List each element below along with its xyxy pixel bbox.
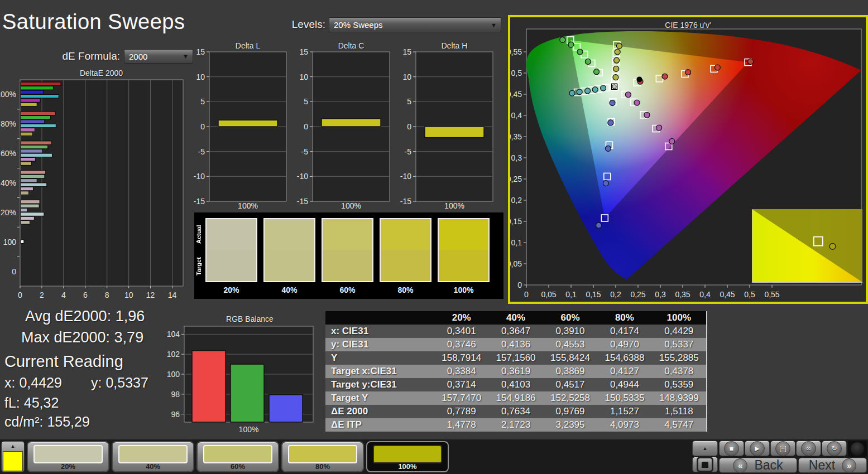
swatch-actual	[381, 219, 430, 250]
svg-text:-15: -15	[400, 197, 411, 206]
patch-button-60%[interactable]: 60%	[196, 441, 279, 472]
deltae-bar	[21, 221, 30, 224]
table-cell: 0,9769	[543, 406, 597, 417]
svg-text:104: 104	[167, 330, 180, 338]
delta-bar	[218, 120, 277, 127]
table-cell: 0,4970	[597, 339, 651, 350]
rgb-balance-chart: 1041021009896100%	[165, 323, 322, 434]
svg-text:0,15: 0,15	[586, 290, 601, 299]
table-row-label: ΔE 2000	[325, 406, 434, 417]
patch-button-20%[interactable]: 20%	[27, 441, 109, 472]
refresh-button[interactable]: ↻	[822, 441, 847, 456]
levels-dropdown[interactable]: 20% Sweeps ▼	[329, 17, 501, 32]
stop-button[interactable]: ■	[719, 441, 744, 456]
next-button[interactable]: Next »	[798, 458, 867, 473]
measured-marker-magenta	[625, 92, 631, 98]
svg-text:-10: -10	[194, 172, 205, 181]
measured-marker-green	[585, 59, 591, 64]
table-cell: 0,3619	[488, 366, 543, 377]
table-row: ΔE 20000,77890,76340,97691,15271,5118	[325, 405, 706, 418]
deltae-bar	[21, 171, 46, 174]
patch-list-collapse[interactable]: ▲	[1, 441, 25, 472]
actual-row-label: Actual	[195, 218, 203, 250]
table-cell: 0,3910	[543, 326, 597, 337]
transport-collapse[interactable]: ▲	[692, 441, 718, 456]
svg-text:15: 15	[196, 47, 205, 56]
patch-label: 40%	[113, 462, 193, 471]
swatch-100%	[438, 218, 490, 282]
table-cell: 0,7634	[488, 406, 543, 417]
deltae-bar	[21, 90, 44, 94]
swatch-80%	[380, 218, 431, 282]
delta-bar	[322, 119, 381, 127]
svg-text:0,45: 0,45	[510, 90, 522, 99]
measured-marker-cyan	[601, 85, 606, 91]
back-arrows-icon: «	[733, 458, 747, 473]
app-window: Saturation Sweeps dE Formula: 2000 ▼ Lev…	[0, 0, 868, 474]
measured-marker-blue	[605, 146, 611, 151]
deltae-bar	[21, 240, 24, 243]
patch-button-100%[interactable]: 100%	[366, 441, 449, 472]
delta-c-chart: 151050-5-10-15	[296, 47, 394, 209]
table-cell: 4,0973	[597, 419, 651, 431]
continuous-button[interactable]: ∞	[796, 441, 821, 456]
svg-text:0,35: 0,35	[510, 132, 522, 141]
svg-text:0,25: 0,25	[630, 290, 645, 299]
svg-text:0,1: 0,1	[511, 238, 522, 247]
svg-text:-10: -10	[400, 172, 411, 181]
svg-text:0: 0	[200, 122, 205, 131]
svg-text:0,5: 0,5	[744, 290, 755, 299]
pattern-window-icon	[697, 457, 713, 472]
measured-marker-red	[748, 59, 754, 64]
svg-text:-5: -5	[198, 147, 205, 156]
table-cell: 154,6388	[597, 352, 651, 364]
de-formula-value: 2000	[129, 52, 147, 61]
back-button[interactable]: « Back	[719, 458, 797, 473]
svg-text:0: 0	[407, 122, 411, 131]
measured-marker-magenta	[669, 138, 675, 144]
chevron-down-icon: ▼	[183, 53, 193, 60]
table-cell: 1,1527	[597, 406, 651, 417]
measure-series-button[interactable]: [··]	[770, 441, 795, 456]
play-button[interactable]: ▶	[745, 441, 770, 456]
patch-label: 80%	[282, 462, 363, 471]
table-cell: 3,2395	[543, 419, 597, 431]
table-cell: 0,3714	[434, 379, 488, 390]
measured-marker-yellow	[614, 57, 620, 63]
measured-marker-green	[594, 69, 600, 75]
next-arrows-icon: »	[842, 458, 856, 473]
deltae-bar-chart: 02468101214100%80%60%40%20%1000	[0, 77, 187, 300]
rgb-balance-title: RGB Balance	[184, 315, 315, 323]
svg-text:-10: -10	[297, 172, 308, 181]
svg-text:-15: -15	[194, 197, 205, 206]
patch-button-40%[interactable]: 40%	[112, 441, 194, 472]
svg-text:10: 10	[124, 291, 133, 299]
table-cell: 0,3384	[434, 366, 488, 377]
cie-chromaticity-chart: 00,050,10,150,20,250,30,350,40,450,50,55…	[510, 17, 866, 302]
measured-marker-blue	[596, 223, 602, 228]
delta-l-caption: 100%	[209, 201, 286, 210]
measured-marker-red	[685, 69, 691, 75]
svg-text:96: 96	[171, 410, 180, 419]
de-formula-dropdown[interactable]: 2000 ▼	[124, 49, 193, 64]
swatch-percent-label: 80%	[380, 286, 431, 294]
delta-h-caption: 100%	[416, 201, 493, 210]
table-cell: 0,3746	[434, 339, 488, 350]
table-cell: 152,5258	[543, 393, 597, 404]
swatch-actual	[207, 219, 256, 250]
actual-target-swatch-panel: Actual Target 20%40%60%80%100%	[194, 212, 504, 299]
patch-button-80%[interactable]: 80%	[281, 441, 364, 472]
measured-marker-cyan	[577, 89, 582, 95]
swatch-target	[381, 250, 430, 281]
pattern-window-button[interactable]	[692, 457, 718, 472]
table-cell: 0,4174	[597, 326, 651, 337]
svg-text:0,1: 0,1	[565, 290, 577, 299]
deltae-bar	[21, 115, 51, 119]
rgb-bar-red	[192, 351, 226, 422]
max-de2000: Max dE2000: 3,79	[21, 329, 143, 346]
table-cell: 0,4378	[652, 366, 706, 377]
svg-text:12: 12	[146, 291, 155, 299]
swatch-percent-label: 60%	[322, 286, 373, 294]
deltae-bar	[21, 204, 39, 207]
svg-text:-5: -5	[301, 147, 309, 156]
